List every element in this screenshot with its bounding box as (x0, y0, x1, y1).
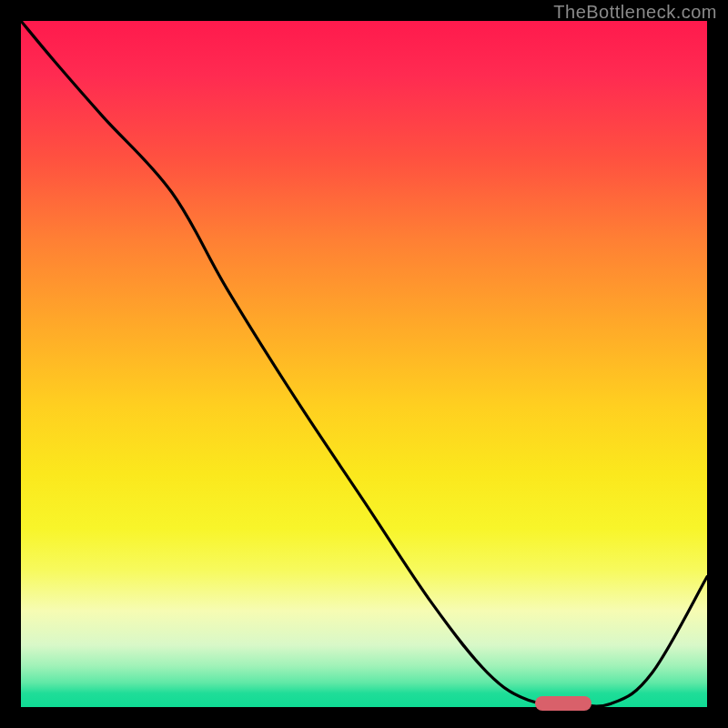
chart-curve (21, 21, 707, 707)
optimum-marker (535, 696, 592, 711)
curve-line (21, 21, 707, 706)
watermark-text: TheBottleneck.com (553, 2, 717, 23)
chart-plot-area (21, 21, 707, 707)
